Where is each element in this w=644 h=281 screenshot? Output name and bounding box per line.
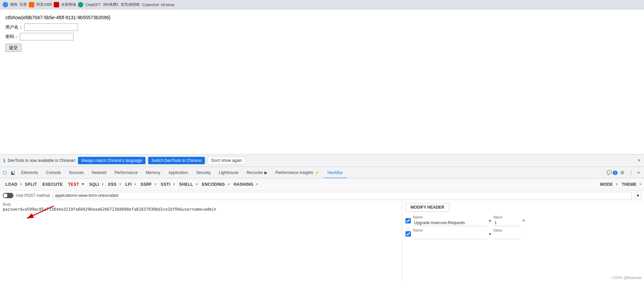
header-2-value-label: Value <box>493 228 520 232</box>
topbar-item-yj[interactable]: 永家商城 <box>61 2 76 7</box>
sqli-button[interactable]: SQLI <box>86 181 102 188</box>
password-label: 密码： <box>5 34 18 40</box>
url-input[interactable] <box>53 192 632 199</box>
tab-performance-insights[interactable]: Performance insights ⚡ <box>271 167 324 178</box>
info-icon: ℹ <box>3 158 5 163</box>
header-row-2: Name ▾ Value <box>405 228 641 239</box>
devtools-panel: ⬡ ⬕ Elements Console Sources Network Per… <box>0 167 644 281</box>
hackbar-body-panel: Body pazzword=a599ac85a73384ee3219fa6842… <box>0 201 402 281</box>
hashing-dropdown-arrow[interactable]: ▾ <box>256 182 258 186</box>
always-match-language-button[interactable]: Always match Chrome's language <box>78 157 145 164</box>
shell-button[interactable]: SHELL <box>176 181 196 188</box>
header-row-1: Name ▾ Value × <box>405 215 641 226</box>
notification-message: DevTools is now available in Chinese! <box>8 158 75 163</box>
url-dropdown-button[interactable]: ▾ <box>635 192 641 199</box>
devtools-tab-bar: ⬡ ⬕ Elements Console Sources Network Per… <box>0 167 644 178</box>
ssrf-button[interactable]: SSRF <box>138 181 155 188</box>
topbar-item-ctfshow[interactable]: ctf.show <box>161 3 174 7</box>
tab-hackbar[interactable]: HackBar <box>324 167 347 178</box>
hashing-button[interactable]: HASHING <box>231 181 256 188</box>
devtools-close-icon[interactable]: × <box>636 169 641 176</box>
overflow-icon[interactable]: ⋮ <box>627 169 635 176</box>
topbar-item-baidu[interactable]: 百度 <box>19 2 27 7</box>
inspect-icon[interactable]: ⬡ <box>1 170 9 175</box>
topbar-item-ali[interactable]: 阿里1000 <box>36 2 52 7</box>
header-1-name-input[interactable] <box>413 220 487 226</box>
topbar-item-chatgpt[interactable]: ChatGPT <box>85 3 101 7</box>
encoding-dropdown-arrow[interactable]: ▾ <box>228 182 230 186</box>
tab-end-icons: 💬1 ⚙ ⋮ × <box>607 169 643 176</box>
red-arrow-icon <box>20 204 60 221</box>
topbar-item-shouye[interactable]: 首页|南部欧 <box>121 2 140 7</box>
svg-line-1 <box>27 206 54 218</box>
load-button[interactable]: LOAD <box>3 181 20 188</box>
tab-recorder[interactable]: Recorder ▶ <box>243 167 271 178</box>
submit-button[interactable]: 提交 <box>5 44 22 52</box>
header-1-close-button[interactable]: × <box>522 218 525 224</box>
header-1-checkbox[interactable] <box>405 218 411 223</box>
favicon-1 <box>3 2 8 7</box>
theme-dropdown-arrow[interactable]: ▾ <box>639 182 641 186</box>
hackbar-header-panel: MODIFY HEADER Name ▾ Value × Nam <box>402 201 644 281</box>
page-content: ctfshow{efdb7047-5b5e-4f0f-9131-9b55573b… <box>0 9 644 154</box>
settings-icon[interactable]: ⚙ <box>619 169 626 176</box>
notification-badge: 1 <box>613 171 617 175</box>
tab-performance[interactable]: Performance <box>111 167 142 178</box>
header-1-dropdown-button[interactable]: ▾ <box>489 218 491 223</box>
header-2-value-input[interactable] <box>493 233 520 239</box>
username-input[interactable] <box>24 24 78 31</box>
header-2-name-label: Name <box>413 228 487 232</box>
header-1-value-col: Value <box>493 215 520 226</box>
tab-elements[interactable]: Elements <box>17 167 42 178</box>
use-post-label: Use POST method <box>16 193 50 198</box>
topbar-item-cyberchef[interactable]: Cyberchef <box>142 3 159 7</box>
encoding-button[interactable]: ENCODING <box>199 181 228 188</box>
ssti-dropdown-arrow[interactable]: ▾ <box>173 182 175 186</box>
header-1-value-input[interactable] <box>493 220 520 226</box>
topbar-item-360[interactable]: 360免费1 <box>103 2 118 7</box>
tab-lighthouse[interactable]: Lighthouse <box>215 167 243 178</box>
tab-network[interactable]: Network <box>88 167 111 178</box>
mode-button[interactable]: MODE <box>598 181 616 188</box>
body-label: Body <box>3 202 399 206</box>
topbar-item-sougou[interactable]: 搜狗 <box>10 2 17 7</box>
favicon-2 <box>29 2 34 7</box>
header-1-name-label: Name <box>413 215 487 219</box>
header-2-name-col: Name <box>413 228 487 239</box>
browser-topbar: 搜狗 百度 阿里1000 永家商城 ChatGPT 360免费1 首页|南部欧 … <box>0 0 644 9</box>
mode-dropdown-arrow[interactable]: ▾ <box>616 182 618 186</box>
password-input[interactable] <box>20 33 74 40</box>
hackbar-url-row: Use POST method ▾ <box>0 190 644 201</box>
csdn-credit: CSDN @Msaerati <box>612 276 641 280</box>
device-icon[interactable]: ⬕ <box>9 170 17 175</box>
ssrf-dropdown-arrow[interactable]: ▾ <box>155 182 157 186</box>
xss-dropdown-arrow[interactable]: ▾ <box>119 182 121 186</box>
lfi-dropdown-arrow[interactable]: ▾ <box>134 182 136 186</box>
tab-security[interactable]: Security <box>192 167 215 178</box>
chat-icon[interactable]: 💬1 <box>607 170 617 175</box>
ssti-button[interactable]: SSTI <box>158 181 173 188</box>
notification-close-button[interactable]: × <box>638 157 641 164</box>
tab-memory[interactable]: Memory <box>142 167 164 178</box>
tab-console[interactable]: Console <box>42 167 65 178</box>
tab-sources[interactable]: Sources <box>65 167 88 178</box>
switch-to-chinese-button[interactable]: Switch DevTools to Chinese <box>148 157 205 164</box>
header-2-dropdown-button[interactable]: ▾ <box>489 231 491 237</box>
sqli-dropdown-arrow[interactable]: ▾ <box>102 182 104 186</box>
xss-button[interactable]: XSS <box>105 181 119 188</box>
header-2-name-input[interactable] <box>413 233 487 239</box>
shell-dropdown-arrow[interactable]: ▾ <box>196 182 198 186</box>
header-2-checkbox[interactable] <box>405 231 411 237</box>
execute-button[interactable]: EXECUTE <box>40 181 66 188</box>
dont-show-again-button[interactable]: Don't show again <box>208 156 246 165</box>
theme-button[interactable]: THEME <box>619 181 640 188</box>
modify-header-button[interactable]: MODIFY HEADER <box>405 203 449 212</box>
split-button[interactable]: SPLIT <box>22 181 40 188</box>
header-1-value-label: Value <box>493 215 520 219</box>
post-method-toggle[interactable] <box>3 193 13 198</box>
test-dropdown-arrow[interactable] <box>82 183 84 185</box>
tab-application[interactable]: Application <box>164 167 192 178</box>
header-1-name-col: Name <box>413 215 487 226</box>
test-button[interactable]: TEST <box>66 181 82 188</box>
lfi-button[interactable]: LFI <box>123 181 135 188</box>
